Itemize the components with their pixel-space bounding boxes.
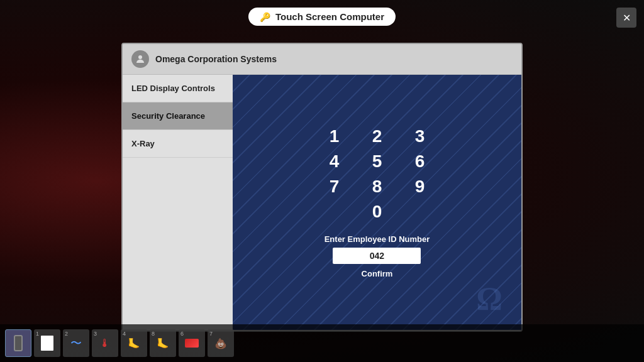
taskbar-num-4: 4 bbox=[123, 331, 126, 337]
footprint-icon: 🦶 bbox=[125, 334, 143, 352]
numpad-key-9[interactable]: 9 bbox=[408, 177, 433, 197]
taskbar-item-7[interactable]: 7 💩 bbox=[208, 329, 234, 357]
numpad-key-6[interactable]: 6 bbox=[408, 151, 433, 172]
sidebar: LED Display Controls Security Clearance … bbox=[123, 75, 233, 330]
user-icon bbox=[131, 50, 149, 68]
taskbar-item-3[interactable]: 3 🌡 bbox=[92, 329, 118, 357]
numpad-row-2: 4 5 6 bbox=[322, 151, 433, 172]
employee-id-section: Enter Employee ID Number Confirm bbox=[325, 234, 430, 279]
numpad-key-8[interactable]: 8 bbox=[365, 177, 390, 197]
wave-icon: 〜 bbox=[67, 334, 85, 352]
computer-window: Omega Corporation Systems LED Display Co… bbox=[121, 43, 523, 332]
footprint2-icon: 🦶 bbox=[154, 334, 172, 352]
taskbar-num-1: 1 bbox=[36, 331, 39, 337]
sidebar-item-led-display[interactable]: LED Display Controls bbox=[123, 75, 233, 102]
paper-icon bbox=[38, 334, 56, 352]
taskbar-item-5[interactable]: 8 🦶 bbox=[150, 329, 176, 357]
title-bar-label: Touch Screen Computer bbox=[275, 11, 384, 22]
thermometer-icon: 🌡 bbox=[96, 334, 114, 352]
numpad-key-3[interactable]: 3 bbox=[408, 126, 433, 146]
numpad-key-5[interactable]: 5 bbox=[365, 151, 390, 172]
window-header-title: Omega Corporation Systems bbox=[155, 54, 277, 64]
taskbar-num-6: 6 bbox=[180, 331, 184, 337]
numpad-row-1: 1 2 3 bbox=[322, 126, 433, 146]
numpad-row-3: 7 8 9 bbox=[322, 177, 433, 197]
taskbar-item-1[interactable]: 1 bbox=[34, 329, 60, 357]
numpad-key-4[interactable]: 4 bbox=[322, 151, 347, 172]
numpad-key-2[interactable]: 2 bbox=[365, 126, 390, 146]
numpad: 1 2 3 4 5 6 7 8 9 0 bbox=[322, 126, 433, 227]
taskbar-item-6[interactable]: 6 bbox=[179, 329, 205, 357]
taskbar-num-7: 7 bbox=[209, 331, 213, 337]
sidebar-item-security-clearance[interactable]: Security Clearance bbox=[123, 102, 233, 130]
pile-icon: 💩 bbox=[212, 334, 230, 352]
taskbar: 1 2 〜 3 🌡 4 🦶 8 🦶 6 7 bbox=[0, 324, 644, 362]
window-header: Omega Corporation Systems bbox=[123, 44, 521, 75]
employee-id-label: Enter Employee ID Number bbox=[325, 234, 430, 244]
svg-point-0 bbox=[138, 55, 142, 59]
main-panel: 1 2 3 4 5 6 7 8 9 0 bbox=[233, 75, 521, 330]
taskbar-num-2: 2 bbox=[65, 331, 68, 337]
confirm-button[interactable]: Confirm bbox=[362, 269, 393, 278]
key-icon: 🔑 bbox=[260, 12, 270, 22]
sidebar-item-xray[interactable]: X-Ray bbox=[123, 130, 233, 158]
phone-icon bbox=[9, 334, 27, 352]
taskbar-item-4[interactable]: 4 🦶 bbox=[121, 329, 147, 357]
close-button[interactable]: ✕ bbox=[616, 8, 636, 28]
taskbar-item-2[interactable]: 2 〜 bbox=[63, 329, 89, 357]
employee-id-input[interactable] bbox=[333, 248, 421, 264]
title-bar: 🔑 Touch Screen Computer bbox=[248, 8, 396, 26]
window-content: LED Display Controls Security Clearance … bbox=[123, 75, 521, 330]
numpad-row-4: 0 bbox=[322, 202, 433, 222]
omega-watermark: Ω bbox=[476, 280, 502, 317]
taskbar-item-0[interactable] bbox=[5, 329, 31, 357]
card-icon bbox=[183, 334, 201, 352]
numpad-key-7[interactable]: 7 bbox=[322, 177, 347, 197]
numpad-key-0[interactable]: 0 bbox=[365, 202, 390, 222]
taskbar-num-8: 8 bbox=[152, 331, 155, 337]
numpad-key-1[interactable]: 1 bbox=[322, 126, 347, 146]
taskbar-num-3: 3 bbox=[94, 331, 97, 337]
